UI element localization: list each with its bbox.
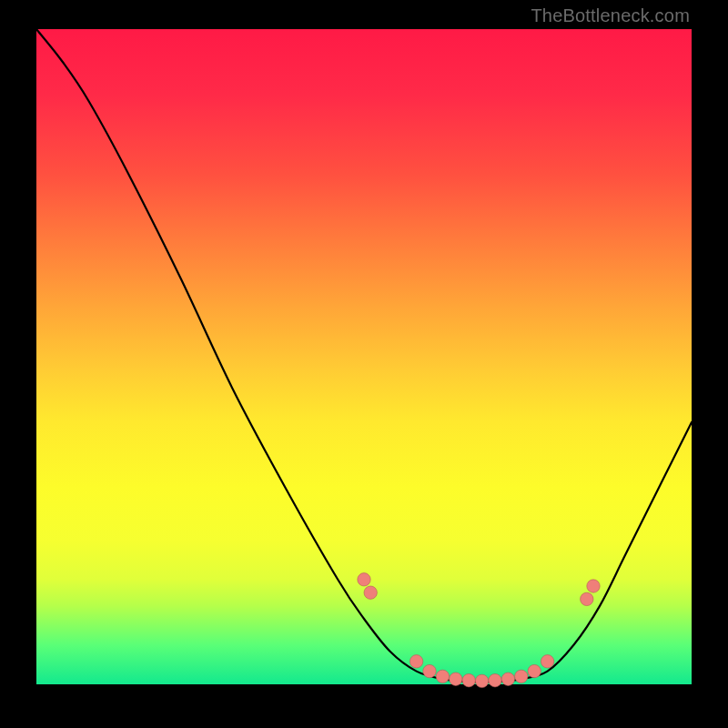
data-point xyxy=(528,664,541,677)
data-point xyxy=(410,655,422,668)
data-point xyxy=(423,664,436,677)
watermark-text: TheBottleneck.com xyxy=(531,5,690,26)
curve-svg xyxy=(36,29,692,684)
data-point xyxy=(436,670,449,682)
data-point xyxy=(501,672,514,685)
data-point xyxy=(541,655,553,668)
data-point xyxy=(515,670,528,682)
data-points xyxy=(358,573,600,688)
data-point xyxy=(358,573,370,586)
data-point xyxy=(587,580,600,592)
data-point xyxy=(475,674,488,687)
plot-area xyxy=(36,29,692,684)
chart-frame: TheBottleneck.com xyxy=(0,0,728,728)
data-point xyxy=(450,672,462,685)
data-point xyxy=(462,673,475,686)
data-point xyxy=(364,586,377,599)
data-point xyxy=(581,592,593,605)
data-point xyxy=(489,673,501,686)
